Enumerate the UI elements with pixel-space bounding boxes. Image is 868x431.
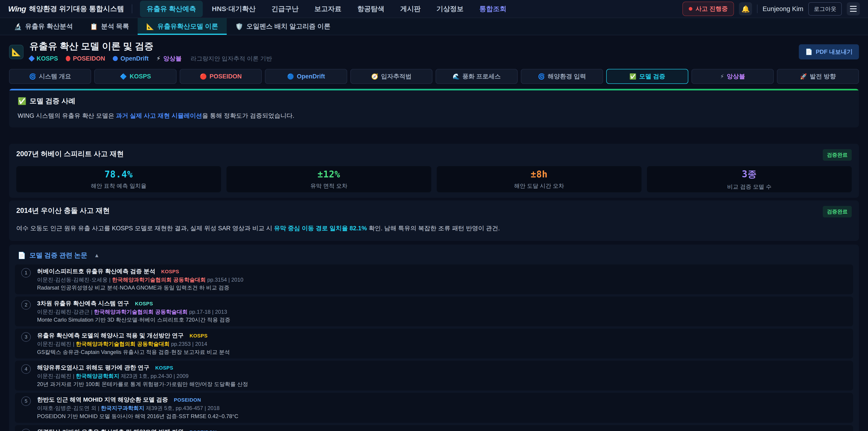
paper-row-6[interactable]: 6 원격탐사 기반의 유출유 확산예측 및 해양오염 방제 지원 POSEIDO…	[15, 425, 853, 431]
top-navbar: Wing 해양환경 위기대응 통합시스템 유출유 확산예측 HNS·대기확산 긴…	[0, 0, 868, 18]
nav-tab-weather-info[interactable]: 기상정보	[430, 1, 470, 17]
papers-header-toggle[interactable]: 📄 모델 검증 관련 논문 ▲	[15, 250, 853, 265]
paper-title: 해양유류오염사고 위해도 평가에 관한 연구	[37, 364, 149, 371]
page-subtitle-note: 라그랑지안 입자추적 이론 기반	[191, 55, 272, 63]
tab-weathering-process[interactable]: 🌊 풍화 프로세스	[436, 69, 518, 84]
stat-slick-area-error: ±12% 유막 면적 오차	[226, 166, 431, 192]
paper-description: GS칼텍스 송유관·Captain Vangelis 유출사고 적용 검증·현장…	[37, 349, 230, 356]
paper-title: 3차원 유출유 확산예측 시스템 연구	[37, 300, 129, 307]
journal-name: 한국해양공학회지	[76, 373, 119, 379]
match-rate-highlight: 유막 중심 이동 경로 일치율 82.1%	[274, 225, 367, 232]
paper-row-2[interactable]: 2 3차원 유출유 확산예측 시스템 연구 KOSPS 이문진·김혜진·강관근 …	[15, 297, 853, 326]
subtab-label: 분석 목록	[101, 22, 129, 31]
triangular-ruler-icon: 📐	[11, 48, 21, 57]
clipboard-icon: 📋	[90, 23, 98, 30]
sub-navbar: 🔬 유출유 확산분석 📋 분석 목록 📐 유출유확산모델 이론 🛡️ 오일펜스 …	[0, 18, 868, 35]
incident-dot-icon	[689, 7, 692, 11]
nav-tab-board[interactable]: 게시판	[394, 1, 428, 17]
collapse-caret-icon: ▲	[94, 252, 99, 258]
main-content: 📐 유출유 확산 모델 이론 및 검증 KOSPS POSEIDON Ope	[0, 41, 868, 431]
red-circle-icon	[66, 56, 70, 61]
subtab-diffusion-analysis[interactable]: 🔬 유출유 확산분석	[5, 18, 81, 35]
rocket-icon: 🚀	[800, 73, 807, 80]
journal-name: 한국지구과학회지	[101, 405, 144, 411]
compass-icon: 🧭	[371, 73, 378, 80]
tab-kosps[interactable]: 🔷 KOSPS	[94, 69, 176, 84]
paper-description: Monte Carlo Simulation 기반 3D 확산모델·허베이 스피…	[37, 317, 230, 323]
page-icon-box: 📐	[9, 45, 24, 59]
paper-meta: 이재호·임병준·김도연 외 | 한국지구과학회지 제39권 5호, pp.436…	[37, 405, 238, 411]
user-name: Eunjeong Kim	[763, 5, 803, 13]
page-header-text: 유출유 확산 모델 이론 및 검증 KOSPS POSEIDON OpenDri…	[29, 41, 272, 63]
paper-number: 4	[21, 364, 31, 374]
subtab-analysis-list[interactable]: 📋 분석 목록	[81, 18, 138, 35]
journal-name: 한국해양과학기술협의회 공동학술대회	[94, 309, 188, 315]
intro-title: ✅ 모델 검증 사례	[18, 96, 850, 106]
paper-title: 유출유 확산예측 모델의 해양사고 적용 및 개선방안 연구	[37, 332, 184, 339]
badge-poseidon: POSEIDON	[66, 55, 105, 62]
document-icon: 📄	[805, 49, 812, 55]
nav-tab-hns[interactable]: HNS·대기확산	[205, 1, 262, 17]
cyclone-icon: 🌀	[538, 73, 545, 80]
nav-tab-emergency-rescue[interactable]: 긴급구난	[265, 1, 305, 17]
model-badge: POSEIDON	[190, 429, 217, 431]
blue-diamond-icon	[29, 55, 35, 62]
case-title: 2014년 우이산 충돌 사고 재현	[16, 206, 110, 215]
paper-description: 20년 과거자료 기반 100회 몬테카를로 통계 위험평가·가로림만 해안/어…	[37, 381, 248, 388]
paper-row-5[interactable]: 5 한반도 인근 해역 MOHID 지역 해양순환 모델 검증 POSEIDON…	[15, 393, 853, 423]
topnav-right: 사고 진행중 🔔 Eunjeong Kim 로그아웃	[682, 2, 860, 16]
paper-description: Radarsat 인공위성영상 비교 분석·NOAA GNOME과 동일 입력조…	[37, 284, 243, 291]
nav-tab-aerial-search[interactable]: 항공탐색	[350, 1, 391, 17]
pdf-export-button[interactable]: 📄 PDF 내보내기	[799, 44, 859, 59]
tab-ensemble[interactable]: ⚡ 앙상블	[691, 69, 774, 84]
paper-row-4[interactable]: 4 해양유류오염사고 위해도 평가에 관한 연구 KOSPS 이문진·김혜진 |…	[15, 361, 853, 391]
model-badges: KOSPS POSEIDON OpenDrift ⚡ 앙상블 라그랑지안 입자	[29, 55, 272, 63]
paper-number: 3	[21, 332, 31, 342]
model-badge: KOSPS	[190, 333, 208, 339]
paper-row-1[interactable]: 1 허베이스피리트호 유출유 확산예측 검증 분석 KOSPS 이문진·김선동·…	[15, 265, 853, 294]
vertical-divider	[757, 4, 757, 13]
papers-list: 1 허베이스피리트호 유출유 확산예측 검증 분석 KOSPS 이문진·김선동·…	[15, 265, 853, 431]
cyclone-icon: 🌀	[29, 73, 36, 80]
red-circle-icon: 🔴	[200, 73, 207, 80]
model-badge: KOSPS	[155, 365, 174, 371]
intro-text: WING 시스템의 유출유 확산 모델은 과거 실제 사고 재현 시뮬레이션을 …	[18, 112, 850, 120]
tab-poseidon[interactable]: 🔴 POSEIDON	[180, 69, 262, 84]
paper-row-3[interactable]: 3 유출유 확산예측 모델의 해양사고 적용 및 개선방안 연구 KOSPS 이…	[15, 329, 853, 359]
tab-future-direction[interactable]: 🚀 발전 방향	[777, 69, 859, 84]
nav-tab-oil-spill-forecast[interactable]: 유출유 확산예측	[140, 1, 203, 17]
incident-status-badge[interactable]: 사고 진행중	[682, 2, 734, 16]
logout-button[interactable]: 로그아웃	[808, 2, 842, 16]
verified-badge: 검증완료	[823, 206, 852, 217]
nav-tab-reports[interactable]: 보고자료	[308, 1, 348, 17]
tab-model-validation[interactable]: ✅ 모델 검증	[606, 69, 688, 84]
tab-ocean-env-input[interactable]: 🌀 해양환경 입력	[521, 69, 603, 84]
check-icon: ✅	[629, 73, 636, 80]
paper-meta: 이문진·김선동·김혜진·오세웅 | 한국해양과학기술협의회 공동학술대회 pp.…	[37, 277, 243, 283]
validation-papers-card: 📄 모델 검증 관련 논문 ▲ 1 허베이스피리트호 유출유 확산예측 검증 분…	[9, 245, 859, 431]
tab-opendrift[interactable]: 🔵 OpenDrift	[265, 69, 347, 84]
paper-number: 6	[21, 429, 31, 431]
hebei-spirit-case-card: 2007년 허베이 스피리트 사고 재현 검증완료 78.4% 해안 표착 예측…	[9, 144, 859, 198]
subtab-diffusion-model-theory[interactable]: 📐 유출유확산모델 이론	[138, 18, 227, 35]
section-tab-bar: 🌀 시스템 개요 🔷 KOSPS 🔴 POSEIDON 🔵 OpenDrift …	[9, 69, 859, 84]
wave-icon: 🌊	[453, 73, 460, 80]
lightning-icon: ⚡	[720, 73, 724, 80]
verified-badge: 검증완료	[823, 149, 852, 161]
notifications-button[interactable]: 🔔	[739, 2, 752, 16]
subtab-label: 유출유확산모델 이론	[157, 22, 218, 31]
stat-shore-match: 78.4% 해안 표착 예측 일치율	[16, 166, 221, 192]
tab-particle-tracking[interactable]: 🧭 입자추적법	[350, 69, 432, 84]
nav-tab-integrated-search[interactable]: 통합조회	[473, 1, 513, 17]
hamburger-menu-button[interactable]	[847, 2, 860, 16]
paper-number: 1	[21, 268, 31, 278]
hamburger-icon	[850, 6, 857, 7]
app-root: Wing 해양환경 위기대응 통합시스템 유출유 확산예측 HNS·대기확산 긴…	[0, 0, 868, 431]
subtab-oil-fence-algorithm-theory[interactable]: 🛡️ 오일펜스 배치 알고리즘 이론	[227, 18, 339, 35]
nav-divider	[132, 4, 132, 13]
shield-icon: 🛡️	[235, 23, 243, 30]
tab-system-overview[interactable]: 🌀 시스템 개요	[9, 69, 91, 84]
badge-opendrift: OpenDrift	[113, 55, 149, 62]
simulation-link[interactable]: 과거 실제 사고 재현 시뮬레이션	[116, 112, 202, 119]
model-badge: KOSPS	[135, 301, 153, 307]
